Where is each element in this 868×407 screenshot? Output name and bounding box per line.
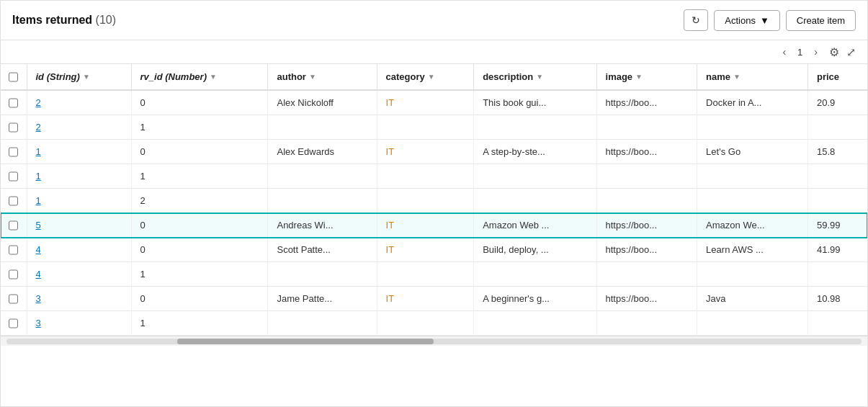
col-name-sort-icon[interactable]: ▼ <box>733 73 741 81</box>
id-link[interactable]: 4 <box>36 244 41 255</box>
header-rv-id: rv_id (Number) ▼ <box>131 64 268 90</box>
actions-label: Actions <box>725 15 756 26</box>
row-checkbox[interactable] <box>9 220 18 231</box>
row-id: 2 <box>27 115 131 140</box>
row-image: https://boo... <box>596 140 697 164</box>
id-link[interactable]: 1 <box>36 171 41 182</box>
create-item-label: Create item <box>797 15 845 26</box>
row-category <box>377 311 474 336</box>
row-author <box>268 189 377 213</box>
actions-dropdown-icon: ▼ <box>760 15 769 26</box>
row-author: Jame Patte... <box>268 287 377 311</box>
category-value: IT <box>386 244 395 255</box>
row-checkbox-cell <box>1 238 27 262</box>
row-price <box>807 164 867 189</box>
row-rv-id: 1 <box>131 164 268 189</box>
row-checkbox[interactable] <box>9 269 18 279</box>
id-link[interactable]: 1 <box>36 195 41 206</box>
table-header-row: id (String) ▼ rv_id (Number) ▼ author <box>1 64 867 90</box>
col-category-sort-icon[interactable]: ▼ <box>428 73 435 81</box>
table-row: 11 <box>1 164 867 189</box>
row-checkbox-cell <box>1 262 27 287</box>
horizontal-scrollbar[interactable] <box>1 336 867 346</box>
id-link[interactable]: 1 <box>36 146 41 157</box>
result-count: (10) <box>96 14 116 26</box>
create-item-button[interactable]: Create item <box>786 10 856 31</box>
row-description <box>474 262 596 287</box>
id-link[interactable]: 3 <box>36 318 41 328</box>
category-value: IT <box>386 293 395 304</box>
row-checkbox[interactable] <box>9 318 18 328</box>
row-description: A step-by-ste... <box>474 140 596 164</box>
header-category: category ▼ <box>377 64 474 90</box>
row-checkbox[interactable] <box>9 122 18 133</box>
col-image-label: image <box>606 71 633 82</box>
row-author: Alex Nickoloff <box>268 90 377 115</box>
row-checkbox[interactable] <box>9 147 18 157</box>
next-page-button[interactable]: › <box>810 45 822 59</box>
header-checkbox-col <box>1 64 27 90</box>
id-link[interactable]: 2 <box>36 122 41 133</box>
title-text: Items returned <box>12 14 92 26</box>
category-value: IT <box>386 146 395 157</box>
col-rvid-sort-icon[interactable]: ▼ <box>210 73 217 81</box>
col-rvid-label: rv_id (Number) <box>140 71 207 82</box>
row-category <box>377 164 474 189</box>
table-row: 41 <box>1 262 867 287</box>
col-image-sort-icon[interactable]: ▼ <box>635 73 643 81</box>
col-author-sort-icon[interactable]: ▼ <box>309 73 316 81</box>
prev-page-button[interactable]: ‹ <box>778 45 790 59</box>
data-table: id (String) ▼ rv_id (Number) ▼ author <box>1 64 867 336</box>
col-price-label: price <box>817 71 839 82</box>
refresh-button[interactable]: ↻ <box>684 9 708 31</box>
row-price <box>807 262 867 287</box>
id-link[interactable]: 5 <box>36 220 41 231</box>
scrollbar-thumb[interactable] <box>177 339 434 344</box>
row-rv-id: 1 <box>131 262 268 287</box>
row-description <box>474 311 596 336</box>
row-description <box>474 164 596 189</box>
row-price: 41.99 <box>807 238 867 262</box>
row-id: 1 <box>27 140 131 164</box>
row-category: IT <box>377 287 474 311</box>
row-rv-id: 0 <box>131 90 268 115</box>
row-price: 20.9 <box>807 90 867 115</box>
row-author <box>268 262 377 287</box>
row-rv-id: 0 <box>131 238 268 262</box>
table-row: 40Scott Patte...ITBuild, deploy, ...http… <box>1 238 867 262</box>
row-checkbox[interactable] <box>9 294 18 304</box>
row-checkbox[interactable] <box>9 245 18 255</box>
row-image: https://boo... <box>596 287 697 311</box>
row-category: IT <box>377 238 474 262</box>
table-row: 50Andreas Wi...ITAmazon Web ...https://b… <box>1 213 867 238</box>
row-image <box>596 164 697 189</box>
actions-button[interactable]: Actions ▼ <box>714 10 780 31</box>
row-checkbox-cell <box>1 115 27 140</box>
select-all-checkbox[interactable] <box>9 72 18 82</box>
header-actions: ↻ Actions ▼ Create item <box>684 9 856 31</box>
row-checkbox[interactable] <box>9 196 18 206</box>
row-price <box>807 311 867 336</box>
row-author: Andreas Wi... <box>268 213 377 238</box>
expand-icon[interactable]: ⤢ <box>846 45 856 59</box>
row-checkbox[interactable] <box>9 98 18 108</box>
row-price: 15.8 <box>807 140 867 164</box>
row-id: 4 <box>27 238 131 262</box>
table-row: 10Alex EdwardsITA step-by-ste...https://… <box>1 140 867 164</box>
row-author <box>268 164 377 189</box>
row-name: Let's Go <box>697 140 808 164</box>
table-row: 30Jame Patte...ITA beginner's g...https:… <box>1 287 867 311</box>
table-row: 12 <box>1 189 867 213</box>
col-description-sort-icon[interactable]: ▼ <box>536 73 543 81</box>
id-link[interactable]: 3 <box>36 293 41 304</box>
row-name: Java <box>697 287 808 311</box>
row-author <box>268 115 377 140</box>
row-id: 3 <box>27 311 131 336</box>
table-settings-icon[interactable]: ⚙ <box>829 45 839 59</box>
id-link[interactable]: 4 <box>36 269 41 279</box>
row-name <box>697 164 808 189</box>
row-category <box>377 262 474 287</box>
col-id-sort-icon[interactable]: ▼ <box>83 73 90 81</box>
row-checkbox[interactable] <box>9 171 18 182</box>
id-link[interactable]: 2 <box>36 97 41 108</box>
